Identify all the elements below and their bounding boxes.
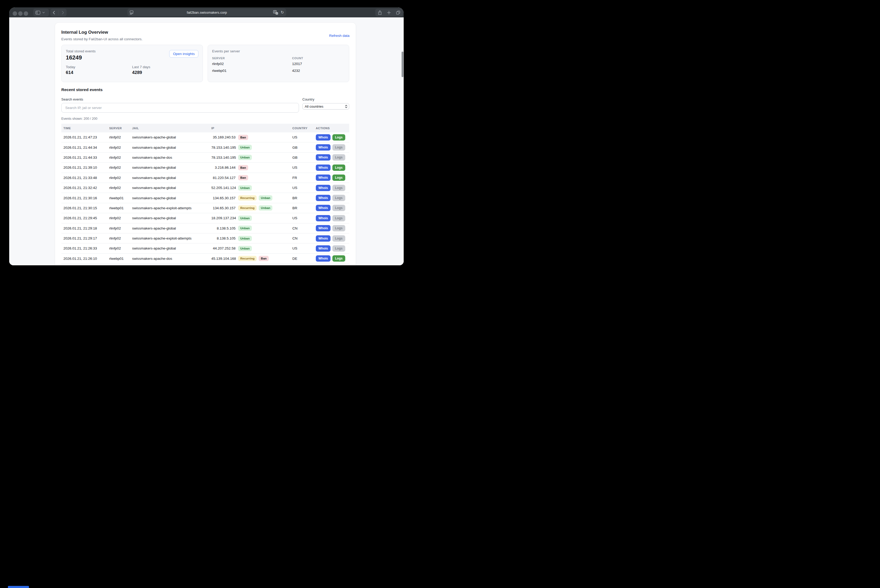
event-actions: WhoisLogs [316,195,349,201]
header-jail: JAIL [132,127,211,130]
share-icon[interactable] [378,10,382,15]
translate-icon[interactable]: A 文 [273,10,278,15]
event-server: rlinfp02 [109,186,132,190]
whois-button[interactable]: Whois [316,174,331,181]
zoom-button[interactable] [24,11,28,16]
event-time: 2026.01.21, 21:33:48 [61,176,109,180]
event-ip: 134.65.30.157 [211,206,235,210]
last7-label: Last 7 days [132,65,198,69]
logs-button[interactable]: Logs [332,174,345,181]
event-row: 2026.01.21, 21:39:10rlinfp02swissmakers-… [61,163,349,172]
whois-button[interactable]: Whois [316,215,331,221]
unban-badge: Unban [238,216,252,221]
whois-button[interactable]: Whois [316,245,331,252]
event-actions: WhoisLogs [316,154,349,160]
safari-window: fail2ban.swissmakers.corp A 文 ↻ [9,8,404,265]
event-jail: swissmakers-apache-dos [132,156,211,159]
whois-button[interactable]: Whois [316,195,331,201]
event-ip-cell: 78.153.140.195Unban [211,145,292,150]
event-jail: swissmakers-apache-global [132,135,211,139]
ban-badge: Ban [238,135,248,140]
refresh-data-link[interactable]: Refresh data [329,34,349,38]
unban-badge: Unban [238,226,252,231]
event-ip: 45.139.104.168 [211,256,235,261]
open-insights-button[interactable]: Open insights [169,50,198,58]
whois-button[interactable]: Whois [316,154,331,160]
event-jail: swissmakers-apache-global [132,246,211,250]
forward-icon[interactable] [62,11,64,15]
whois-button[interactable]: Whois [316,144,331,150]
whois-button[interactable]: Whois [316,225,331,231]
logs-button[interactable]: Logs [332,165,345,171]
event-jail: swissmakers-apache-dos [132,256,211,261]
main-panel: Internal Log Overview Events stored by F… [55,22,356,265]
event-jail: swissmakers-apache-global [132,216,211,220]
page-title: Internal Log Overview [61,30,108,35]
event-row: 2026.01.21, 21:26:10rlwebp01swissmakers-… [61,254,349,264]
event-actions: WhoisLogs [316,225,349,231]
event-ip: 44.207.252.58 [211,246,235,250]
logs-button: Logs [332,215,345,221]
unban-badge: Unban [259,195,272,201]
logs-button[interactable]: Logs [332,134,345,141]
event-ip: 18.209.137.234 [211,216,235,220]
sidebar-chevron-down-icon[interactable] [42,12,45,14]
url-text[interactable]: fail2ban.swissmakers.corp [127,10,286,15]
unban-badge: Unban [238,155,252,160]
minimize-button[interactable] [18,11,22,16]
back-icon[interactable] [52,11,55,15]
reload-icon[interactable]: ↻ [280,10,284,15]
server-name: rlwebp01 [212,69,292,73]
event-ip-cell: 8.138.5.105Unban [211,226,292,231]
unban-badge: Unban [238,145,252,150]
event-actions: WhoisLogs [316,255,349,262]
event-row: 2026.01.21, 21:44:33rlinfp02swissmakers-… [61,153,349,163]
nav-divider [58,10,59,15]
new-tab-icon[interactable] [387,11,391,15]
logs-button[interactable]: Logs [332,255,345,262]
search-input[interactable] [61,103,299,112]
event-server: rlinfp02 [109,165,132,170]
whois-button[interactable]: Whois [316,255,331,262]
event-server: rlinfp02 [109,146,132,150]
whois-button[interactable]: Whois [316,134,331,141]
event-ip: 134.65.30.157 [211,196,235,200]
event-server: rlinfp02 [109,176,132,180]
event-country: BR [292,196,316,200]
event-row: 2026.01.21, 21:29:45rlinfp02swissmakers-… [61,213,349,223]
sidebar-icon[interactable] [35,10,40,15]
event-country: DE [292,256,316,261]
svg-text:文: 文 [276,13,278,15]
event-jail: swissmakers-apache-exploit-attempts [132,206,211,210]
event-time: 2026.01.21, 21:30:15 [61,206,109,210]
event-ip-cell: 8.138.5.105Unban [211,236,292,241]
scrollbar-thumb[interactable] [402,52,403,77]
whois-button[interactable]: Whois [316,185,331,191]
unban-badge: Unban [259,205,272,211]
ban-badge: Ban [238,175,248,180]
close-button[interactable] [13,11,17,16]
event-row: 2026.01.21, 21:30:16rlwebp01swissmakers-… [61,193,349,203]
event-row: 2026.01.21, 21:30:15rlwebp01swissmakers-… [61,203,349,213]
whois-button[interactable]: Whois [316,205,331,211]
country-select[interactable]: All countries [302,103,349,110]
country-select-value: All countries [305,105,324,108]
event-country: US [292,165,316,170]
whois-button[interactable]: Whois [316,165,331,171]
window-actions-group [375,9,403,16]
event-jail: swissmakers-apache-global [132,186,211,190]
recurring-badge: Recurring [238,256,256,261]
address-bar[interactable]: fail2ban.swissmakers.corp A 文 ↻ [127,8,286,16]
tab-overview-icon[interactable] [396,10,400,15]
event-jail: swissmakers-apache-exploit-attempts [132,236,211,240]
event-ip: 8.138.5.105 [211,226,235,230]
unban-badge: Unban [238,185,252,190]
whois-button[interactable]: Whois [316,235,331,242]
header-time: TIME [61,127,109,130]
event-jail: swissmakers-apache-global [132,146,211,150]
server-count: 4232 [292,69,300,73]
event-actions: WhoisLogs [316,215,349,221]
select-chevrons-icon [345,105,347,108]
events-tbody: 2026.01.21, 21:47:23rlinfp02swissmakers-… [61,132,349,264]
per-server-row: rlwebp01 4232 [212,69,345,73]
